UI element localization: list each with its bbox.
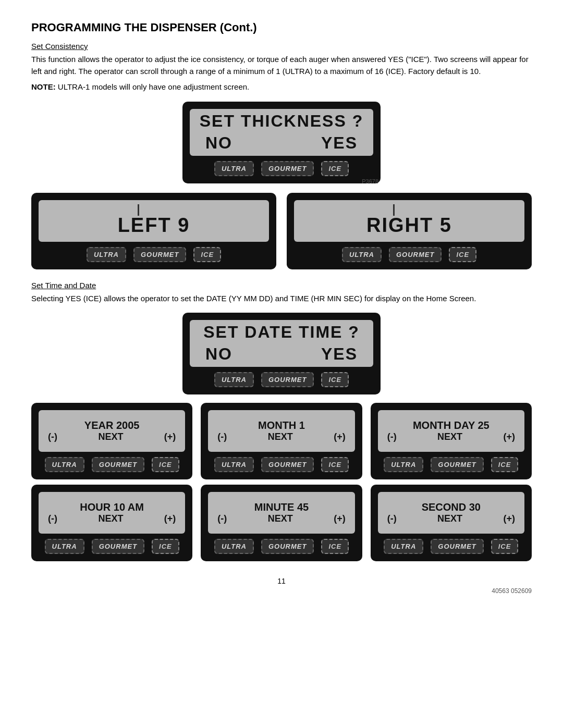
hour-minus[interactable]: (-) xyxy=(48,513,57,524)
left9-btn-row: ULTRA GOURMET ICE xyxy=(87,247,221,262)
right5-text: RIGHT 5 xyxy=(366,213,452,238)
month-screen: MONTH 1 (-) NEXT (+) xyxy=(208,410,354,452)
minute-panel: MINUTE 45 (-) NEXT (+) ULTRA GOURMET ICE xyxy=(201,485,362,561)
minute-controls: (-) NEXT (+) xyxy=(212,513,350,524)
set-consistency-para: This function allows the operator to adj… xyxy=(31,54,532,77)
year-next[interactable]: NEXT xyxy=(98,431,123,442)
month-day-minus[interactable]: (-) xyxy=(387,431,397,442)
ice-btn-7[interactable]: ICE xyxy=(491,457,519,472)
hour-next[interactable]: NEXT xyxy=(98,513,123,524)
ice-btn-2[interactable]: ICE xyxy=(193,247,221,262)
second-panel: SECOND 30 (-) NEXT (+) ULTRA GOURMET ICE xyxy=(371,485,532,561)
ice-btn-5[interactable]: ICE xyxy=(152,457,179,472)
time-panels-row: HOUR 10 AM (-) NEXT (+) ULTRA GOURMET IC… xyxy=(31,485,532,561)
gourmet-btn-2[interactable]: GOURMET xyxy=(133,247,186,262)
ice-btn-4[interactable]: ICE xyxy=(321,372,349,387)
ultra-btn-3[interactable]: ULTRA xyxy=(342,247,382,262)
ultra-btn-7[interactable]: ULTRA xyxy=(384,457,423,472)
ice-btn-10[interactable]: ICE xyxy=(491,539,519,554)
year-minus[interactable]: (-) xyxy=(48,431,57,442)
set-date-time-panel: SET DATE TIME ? NO YES ULTRA GOURMET ICE xyxy=(182,313,381,394)
set-thickness-panel: SET THICKNESS ? NO YES ULTRA GOURMET ICE xyxy=(182,102,381,183)
gourmet-btn-6[interactable]: GOURMET xyxy=(261,457,314,472)
minute-line1: MINUTE 45 xyxy=(254,501,309,513)
set-time-date-section: Set Time and Date Selecting YES (ICE) al… xyxy=(31,281,532,305)
month-panel: MONTH 1 (-) NEXT (+) ULTRA GOURMET ICE xyxy=(201,403,362,479)
minute-btn-row: ULTRA GOURMET ICE xyxy=(214,539,349,554)
second-minus[interactable]: (-) xyxy=(387,513,397,524)
gourmet-btn-5[interactable]: GOURMET xyxy=(92,457,144,472)
ice-btn-8[interactable]: ICE xyxy=(152,539,179,554)
month-day-next[interactable]: NEXT xyxy=(437,431,462,442)
set-date-time-block: SET DATE TIME ? NO YES ULTRA GOURMET ICE xyxy=(31,313,532,394)
note-text: ULTRA-1 models will only have one adjust… xyxy=(56,82,250,91)
set-thickness-line2: NO YES xyxy=(195,132,368,154)
page-title: PROGRAMMING THE DISPENSER (Cont.) xyxy=(31,21,532,34)
hour-screen: HOUR 10 AM (-) NEXT (+) xyxy=(39,492,185,534)
set-date-time-line1: SET DATE TIME ? xyxy=(203,322,360,343)
month-plus[interactable]: (+) xyxy=(334,431,346,442)
ultra-btn-10[interactable]: ULTRA xyxy=(384,539,423,554)
month-day-screen: MONTH DAY 25 (-) NEXT (+) xyxy=(378,410,524,452)
date-panels-row: YEAR 2005 (-) NEXT (+) ULTRA GOURMET ICE… xyxy=(31,403,532,479)
year-line1: YEAR 2005 xyxy=(84,419,140,431)
left9-panel: LEFT 9 ULTRA GOURMET ICE xyxy=(31,193,276,269)
ultra-btn-2[interactable]: ULTRA xyxy=(87,247,126,262)
gourmet-btn-8[interactable]: GOURMET xyxy=(92,539,144,554)
month-next[interactable]: NEXT xyxy=(268,431,293,442)
gourmet-btn-7[interactable]: GOURMET xyxy=(431,457,483,472)
set-thickness-yes: YES xyxy=(321,132,358,154)
gourmet-btn-3[interactable]: GOURMET xyxy=(389,247,442,262)
set-time-date-para: Selecting YES (ICE) allows the operator … xyxy=(31,293,532,305)
ultra-btn-1[interactable]: ULTRA xyxy=(214,161,254,176)
ice-btn-9[interactable]: ICE xyxy=(321,539,349,554)
gourmet-btn-1[interactable]: GOURMET xyxy=(261,161,314,176)
hour-controls: (-) NEXT (+) xyxy=(43,513,181,524)
gourmet-btn-10[interactable]: GOURMET xyxy=(431,539,483,554)
month-btn-row: ULTRA GOURMET ICE xyxy=(214,457,349,472)
set-thickness-screen: SET THICKNESS ? NO YES xyxy=(190,109,373,156)
ice-btn-6[interactable]: ICE xyxy=(321,457,349,472)
month-day-controls: (-) NEXT (+) xyxy=(382,431,520,442)
right5-cursor xyxy=(393,204,395,216)
hour-panel: HOUR 10 AM (-) NEXT (+) ULTRA GOURMET IC… xyxy=(31,485,192,561)
hour-plus[interactable]: (+) xyxy=(164,513,176,524)
gourmet-btn-9[interactable]: GOURMET xyxy=(261,539,314,554)
set-date-time-btn-row: ULTRA GOURMET ICE xyxy=(214,372,349,387)
month-day-plus[interactable]: (+) xyxy=(503,431,515,442)
year-panel: YEAR 2005 (-) NEXT (+) ULTRA GOURMET ICE xyxy=(31,403,192,479)
second-controls: (-) NEXT (+) xyxy=(382,513,520,524)
ultra-btn-4[interactable]: ULTRA xyxy=(214,372,254,387)
set-thickness-no: NO xyxy=(205,132,232,154)
second-next[interactable]: NEXT xyxy=(437,513,462,524)
ultra-btn-8[interactable]: ULTRA xyxy=(45,539,84,554)
minute-next[interactable]: NEXT xyxy=(268,513,293,524)
ultra-btn-9[interactable]: ULTRA xyxy=(214,539,254,554)
hour-line1: HOUR 10 AM xyxy=(80,501,144,513)
left-right-row: LEFT 9 ULTRA GOURMET ICE RIGHT 5 ULTRA G… xyxy=(31,193,532,269)
month-day-panel: MONTH DAY 25 (-) NEXT (+) ULTRA GOURMET … xyxy=(371,403,532,479)
minute-plus[interactable]: (+) xyxy=(334,513,346,524)
month-line1: MONTH 1 xyxy=(258,419,305,431)
set-thickness-btn-row: ULTRA GOURMET ICE xyxy=(214,161,349,176)
ultra-btn-6[interactable]: ULTRA xyxy=(214,457,254,472)
set-consistency-heading: Set Consistency xyxy=(31,42,532,51)
ultra-btn-5[interactable]: ULTRA xyxy=(45,457,84,472)
year-screen: YEAR 2005 (-) NEXT (+) xyxy=(39,410,185,452)
gourmet-btn-4[interactable]: GOURMET xyxy=(261,372,314,387)
left9-cursor xyxy=(138,204,139,216)
ice-btn-1[interactable]: ICE xyxy=(321,161,349,176)
set-consistency-note: NOTE: ULTRA-1 models will only have one … xyxy=(31,81,532,93)
year-plus[interactable]: (+) xyxy=(164,431,176,442)
second-plus[interactable]: (+) xyxy=(503,513,515,524)
right5-panel: RIGHT 5 ULTRA GOURMET ICE xyxy=(287,193,532,269)
set-time-date-heading: Set Time and Date xyxy=(31,281,532,290)
ice-btn-3[interactable]: ICE xyxy=(449,247,476,262)
page-number: 11 xyxy=(31,577,532,585)
month-minus[interactable]: (-) xyxy=(217,431,227,442)
left9-text: LEFT 9 xyxy=(118,213,190,238)
set-thickness-block: SET THICKNESS ? NO YES ULTRA GOURMET ICE… xyxy=(31,102,532,184)
minute-minus[interactable]: (-) xyxy=(217,513,227,524)
year-controls: (-) NEXT (+) xyxy=(43,431,181,442)
footer-ref: 40563 052609 xyxy=(31,587,532,595)
